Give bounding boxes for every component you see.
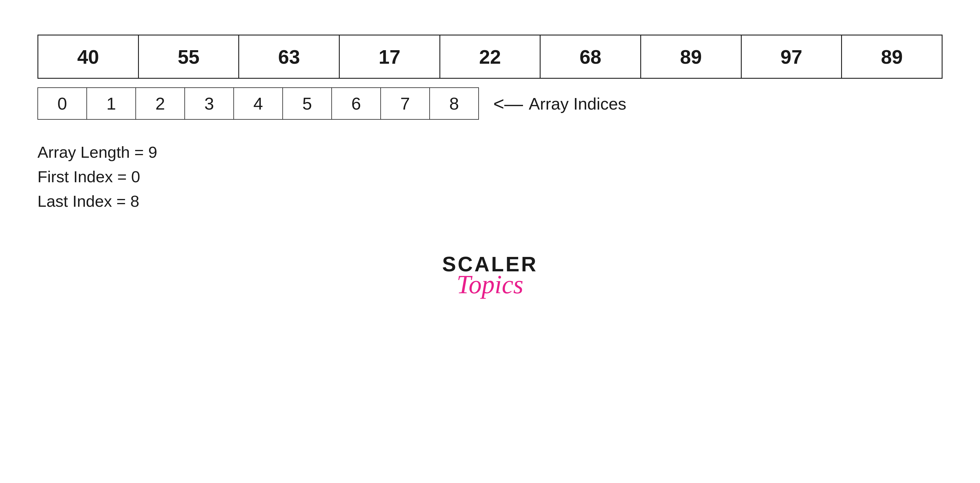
last-index-info: Last Index = 8 [37,192,943,210]
array-index-cell: 5 [283,88,332,120]
array-value-cell: 17 [339,35,440,78]
logo-topics-text: Topics [457,272,523,298]
array-indices-table: 012345678 [37,88,479,120]
array-values-row: 405563172268899789 [38,35,942,78]
array-index-cell: 8 [430,88,479,120]
info-section: Array Length = 9 First Index = 0 Last In… [37,143,943,210]
logo-section: SCALER Topics [37,254,943,298]
logo: SCALER Topics [442,254,538,298]
array-index-cell: 6 [332,88,381,120]
first-index-info: First Index = 0 [37,167,943,186]
array-index-cell: 1 [87,88,136,120]
arrow-icon: <— [493,93,523,115]
array-value-cell: 89 [641,35,741,78]
array-index-cell: 7 [381,88,430,120]
main-container: 405563172268899789 012345678 <— Array In… [37,35,943,298]
array-index-cell: 0 [38,88,87,120]
array-values-table: 405563172268899789 [37,35,943,79]
array-index-cell: 2 [136,88,185,120]
array-indices-label: <— Array Indices [493,93,626,115]
array-value-cell: 40 [38,35,138,78]
array-value-cell: 89 [842,35,942,78]
array-value-cell: 55 [138,35,239,78]
array-index-cell: 4 [234,88,283,120]
array-length-info: Array Length = 9 [37,143,943,161]
array-indices-row: 012345678 [38,88,479,120]
array-value-cell: 22 [440,35,540,78]
array-index-cell: 3 [185,88,234,120]
array-indices-text: Array Indices [529,94,626,113]
array-value-cell: 63 [239,35,339,78]
index-row-wrapper: 012345678 <— Array Indices [37,88,943,120]
array-value-cell: 68 [540,35,641,78]
array-value-cell: 97 [741,35,842,78]
